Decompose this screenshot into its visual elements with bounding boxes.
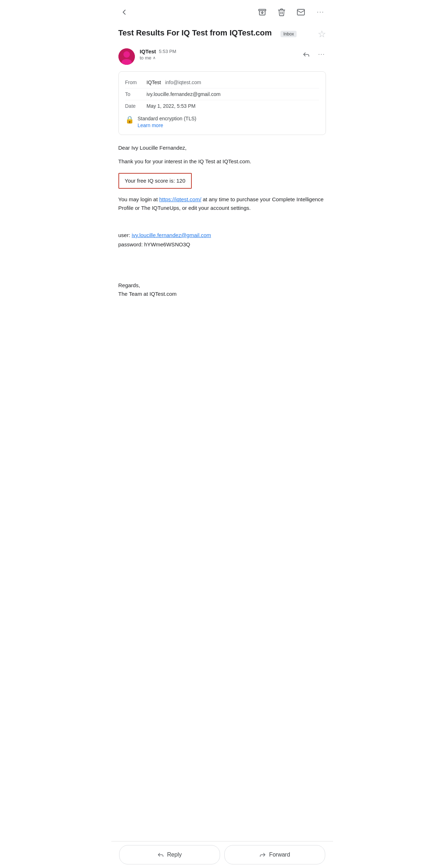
forward-arrow-icon bbox=[259, 851, 266, 858]
more-icon-button[interactable] bbox=[317, 50, 326, 61]
bottom-spacer bbox=[111, 305, 333, 334]
spacer-p2 bbox=[118, 254, 326, 262]
subject-area: Test Results For IQ Test from IQTest.com… bbox=[111, 21, 333, 45]
avatar bbox=[118, 48, 135, 65]
regards: Regards, bbox=[118, 281, 326, 290]
forward-button[interactable]: Forward bbox=[224, 845, 325, 864]
encryption-info: Standard encryption (TLS) Learn more bbox=[138, 115, 196, 128]
reply-icon-button[interactable] bbox=[302, 50, 311, 61]
login-text-before: You may login at bbox=[118, 196, 160, 202]
inbox-badge: Inbox bbox=[280, 31, 297, 37]
reply-label: Reply bbox=[167, 852, 182, 858]
more-button[interactable] bbox=[314, 6, 326, 18]
chevron-up-icon: ∧ bbox=[153, 56, 156, 60]
user-line: user: ivy.loucille.fernandez@gmail.com bbox=[118, 231, 326, 240]
avatar-inner bbox=[118, 48, 135, 65]
login-paragraph: You may login at https://iqtest.com/ at … bbox=[118, 195, 326, 212]
date-label: Date bbox=[125, 103, 147, 109]
from-row: From IQTest info@iqtest.com bbox=[125, 77, 319, 88]
encryption-row: 🔒 Standard encryption (TLS) Learn more bbox=[125, 112, 319, 130]
sender-to: to me ∧ bbox=[140, 55, 297, 61]
spacer-p3 bbox=[118, 267, 326, 276]
mail-button[interactable] bbox=[295, 6, 307, 18]
subject-title: Test Results For IQ Test from IQTest.com… bbox=[118, 28, 297, 38]
svg-point-5 bbox=[322, 12, 323, 13]
team: The Team at IQTest.com bbox=[118, 290, 326, 298]
forward-label: Forward bbox=[269, 852, 290, 858]
avatar-body bbox=[122, 59, 132, 65]
reply-arrow-icon bbox=[157, 851, 164, 858]
sender-name-row: IQTest 5:53 PM bbox=[140, 48, 297, 54]
to-row: To ivy.loucille.fernandez@gmail.com bbox=[125, 88, 319, 100]
learn-more-link[interactable]: Learn more bbox=[138, 122, 196, 128]
date-row: Date May 1, 2022, 5:53 PM bbox=[125, 100, 319, 112]
star-button[interactable]: ☆ bbox=[318, 29, 326, 40]
spacer-p bbox=[118, 217, 326, 226]
from-label: From bbox=[125, 79, 147, 85]
bottom-actions: Reply Forward bbox=[111, 841, 333, 868]
greeting: Dear Ivy Loucille Fernandez, bbox=[118, 144, 326, 152]
svg-point-7 bbox=[321, 54, 322, 55]
toolbar bbox=[111, 0, 333, 21]
thank-you: Thank you for your interest in the IQ Te… bbox=[118, 157, 326, 166]
svg-point-3 bbox=[317, 12, 318, 13]
password-line: password: hYWme6WSNO3Q bbox=[118, 240, 326, 249]
subject-text: Test Results For IQ Test from IQTest.com bbox=[118, 28, 272, 37]
sender-time: 5:53 PM bbox=[159, 49, 176, 54]
svg-point-4 bbox=[320, 12, 321, 13]
sender-info: IQTest 5:53 PM to me ∧ bbox=[140, 48, 297, 61]
date-value: May 1, 2022, 5:53 PM bbox=[147, 103, 196, 109]
sender-actions bbox=[302, 50, 326, 61]
email-body: Dear Ivy Loucille Fernandez, Thank you f… bbox=[111, 141, 333, 305]
to-value: ivy.loucille.fernandez@gmail.com bbox=[147, 91, 221, 97]
from-email: info@iqtest.com bbox=[165, 79, 201, 85]
svg-point-6 bbox=[318, 54, 319, 55]
avatar-head bbox=[123, 51, 130, 58]
sender-name: IQTest bbox=[140, 48, 156, 54]
sender-row: IQTest 5:53 PM to me ∧ bbox=[111, 45, 333, 70]
encryption-text: Standard encryption (TLS) bbox=[138, 116, 196, 121]
toolbar-left bbox=[118, 6, 130, 18]
details-card: From IQTest info@iqtest.com To ivy.louci… bbox=[118, 71, 326, 135]
back-button[interactable] bbox=[118, 6, 130, 18]
user-email-link[interactable]: ivy.loucille.fernandez@gmail.com bbox=[132, 232, 211, 238]
to-label: To bbox=[125, 91, 147, 97]
archive-button[interactable] bbox=[257, 6, 268, 18]
user-label: user: bbox=[118, 232, 132, 238]
toolbar-right bbox=[257, 6, 326, 18]
lock-icon: 🔒 bbox=[125, 115, 134, 124]
from-name: IQTest bbox=[147, 79, 161, 85]
reply-button[interactable]: Reply bbox=[119, 845, 220, 864]
login-link[interactable]: https://iqtest.com/ bbox=[159, 196, 201, 202]
from-value: IQTest info@iqtest.com bbox=[147, 79, 201, 85]
sender-to-label: to me bbox=[140, 55, 152, 61]
subject-line: Test Results For IQ Test from IQTest.com… bbox=[118, 28, 326, 40]
iq-score-box: Your free IQ score is: 120 bbox=[118, 173, 192, 189]
svg-point-8 bbox=[323, 54, 324, 55]
delete-button[interactable] bbox=[276, 6, 287, 18]
